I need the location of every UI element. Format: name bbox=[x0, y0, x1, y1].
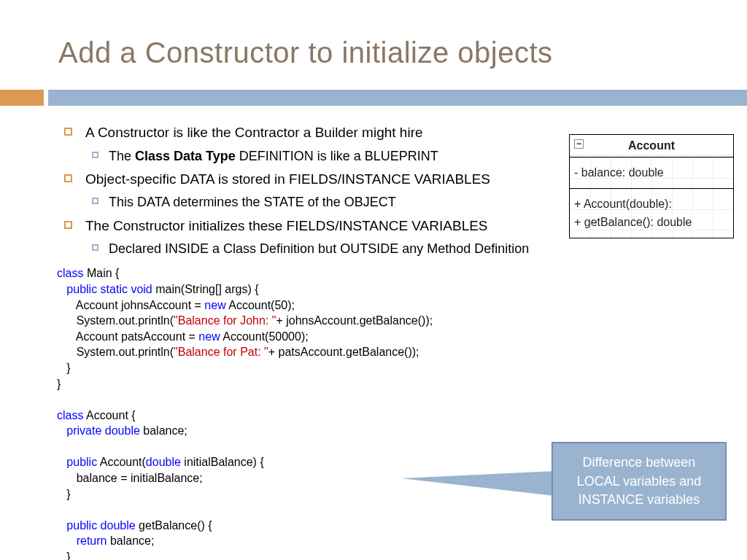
sub-bullet-icon bbox=[92, 198, 98, 204]
bullet-3a: Declared INSIDE a Class Definition but O… bbox=[64, 240, 747, 258]
callout-box: Difference between LOCAL variables and I… bbox=[551, 442, 727, 521]
accent-bar bbox=[0, 90, 747, 106]
bullet-text: The Constructor initializes these FIELDS… bbox=[85, 217, 488, 236]
bullet-text: This DATA determines the STATE of the OB… bbox=[109, 193, 396, 211]
sub-bullet-icon bbox=[92, 244, 98, 251]
collapse-icon: − bbox=[574, 139, 584, 149]
sub-bullet-icon bbox=[92, 152, 98, 158]
callout-line: INSTANCE variables bbox=[560, 491, 718, 509]
bullet-icon bbox=[64, 174, 72, 182]
bullet-text: Object-specific DATA is stored in FIELDS… bbox=[85, 170, 490, 190]
bullet-icon bbox=[64, 128, 72, 136]
bullet-text: A Constructor is like the Contractor a B… bbox=[85, 123, 423, 143]
slide-title: Add a Constructor to initialize objects bbox=[0, 0, 747, 69]
callout-line: LOCAL variables and bbox=[560, 472, 718, 491]
uml-fields: - balance: double bbox=[570, 158, 733, 189]
accent-bar-blue bbox=[48, 90, 747, 106]
bullet-text: Declared INSIDE a Class Definition but O… bbox=[109, 240, 529, 258]
uml-diagram: − Account - balance: double + Account(do… bbox=[569, 134, 734, 238]
bullet-icon bbox=[64, 221, 72, 229]
callout-line: Difference between bbox=[560, 454, 718, 472]
uml-methods: + Account(double): + getBalance(): doubl… bbox=[570, 189, 733, 238]
uml-class-name: − Account bbox=[570, 135, 733, 158]
accent-bar-orange bbox=[0, 90, 44, 106]
bullet-text: The Class Data Type DEFINITION is like a… bbox=[109, 147, 438, 166]
callout-arrow-icon bbox=[401, 471, 554, 496]
